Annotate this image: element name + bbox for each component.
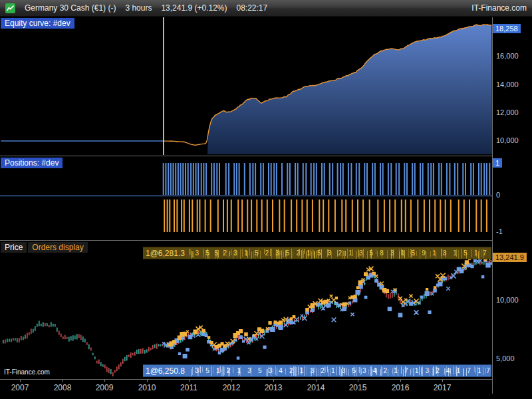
value-axis-column[interactable]: 18,258 16,000 14,000 12,000 10,000 1 0 -… <box>492 17 532 394</box>
year-label: 2008 <box>49 383 76 392</box>
order-count-label: 7 <box>467 367 471 374</box>
order-tick <box>328 369 329 377</box>
positions-panel[interactable]: Positions: #dev <box>0 157 492 239</box>
order-tick <box>376 249 376 254</box>
order-tick <box>285 368 286 374</box>
order-tick <box>336 366 336 376</box>
order-count-label: 3 <box>233 249 237 257</box>
order-tick <box>273 368 273 374</box>
panel-divider[interactable] <box>0 240 532 241</box>
order-count-label: 5 <box>258 367 262 374</box>
order-tick <box>421 367 422 377</box>
order-tick <box>416 251 417 256</box>
order-tick <box>191 369 192 376</box>
order-count-label: 3 <box>362 367 366 374</box>
order-count-label: 4 <box>279 367 283 374</box>
positions-chart[interactable] <box>0 157 492 239</box>
order-count-label: 3 <box>390 249 394 257</box>
order-tick <box>361 368 362 374</box>
tab-price[interactable]: Price <box>1 242 27 253</box>
price-panel[interactable]: Price Orders display 1@6,281.3 355231523… <box>0 241 492 379</box>
order-tick <box>358 367 358 372</box>
year-tick <box>231 380 232 382</box>
order-tick <box>401 366 402 374</box>
position-current-value-badge: 1 <box>493 158 502 168</box>
equity-axis-label: 12,000 <box>496 108 519 116</box>
order-count-label: 1 <box>244 249 248 257</box>
order-count-label: 3 <box>247 367 251 374</box>
order-count-label: 7 <box>404 367 408 374</box>
order-tick <box>266 369 267 377</box>
order-tick <box>388 369 388 377</box>
order-count-label: 2 <box>289 367 293 374</box>
equity-chart[interactable] <box>0 17 492 155</box>
watermark: IT-Finance.com <box>4 368 50 376</box>
year-tick <box>442 380 443 382</box>
panel-divider[interactable] <box>0 156 532 156</box>
order-tick <box>433 366 434 372</box>
brand-link[interactable]: IT-Finance.com <box>471 3 527 13</box>
order-tick <box>315 367 315 373</box>
order-count-label: 5 <box>255 249 259 257</box>
tab-orders-display[interactable]: Orders display <box>28 242 87 253</box>
order-tick <box>283 249 283 257</box>
order-count-label: 5 <box>286 249 290 257</box>
order-count-label: 3 <box>328 249 332 257</box>
order-tick <box>352 249 353 256</box>
order-count-label: 1 <box>394 367 398 374</box>
order-tick <box>367 251 368 259</box>
year-tick <box>189 380 190 382</box>
order-tick <box>419 366 420 375</box>
order-count-label: 5 <box>205 249 209 257</box>
equity-panel[interactable]: Equity curve: #dev <box>0 17 492 155</box>
prorealtime-backtest-window: Germany 30 Cash (€1) (-) 3 hours 13,241.… <box>0 0 532 399</box>
year-label: 2016 <box>387 383 414 392</box>
order-count-label: 2 <box>338 249 342 257</box>
price-axis-label: 5,000 <box>496 354 515 362</box>
order-count-label: 1 <box>401 249 405 257</box>
price-chart[interactable] <box>0 241 492 379</box>
order-tick <box>464 368 464 376</box>
equity-curve-label[interactable]: Equity curve: #dev <box>1 18 74 29</box>
order-count-label: 1 <box>477 367 481 374</box>
order-count-label: 3 <box>196 249 200 257</box>
order-tick <box>271 249 272 259</box>
positions-label[interactable]: Positions: #dev <box>1 158 63 168</box>
order-tick <box>251 251 252 259</box>
order-count-label: 2 <box>384 367 388 374</box>
order-tick <box>471 249 472 257</box>
order-tick <box>408 249 409 257</box>
order-tick <box>426 251 426 259</box>
timeframe-label: 3 hours <box>125 3 152 13</box>
order-count-label: 2 <box>297 249 301 257</box>
order-count-label: 2 <box>436 367 440 374</box>
order-tick <box>420 249 420 259</box>
year-tick <box>358 380 358 382</box>
instrument-name: Germany 30 Cash (€1) (-) <box>25 3 116 13</box>
order-tick <box>360 367 361 375</box>
order-tick <box>294 368 295 375</box>
order-count-label: 9 <box>422 249 426 257</box>
order-count-label: 2 <box>321 367 325 374</box>
year-label: 2011 <box>176 383 202 392</box>
equity-axis-label: 16,000 <box>496 52 519 60</box>
order-count-label: 1 <box>453 249 457 257</box>
order-tick <box>313 249 313 258</box>
order-tick <box>193 251 194 258</box>
year-tick <box>316 380 317 382</box>
year-label: 2015 <box>344 383 371 392</box>
order-tick <box>311 249 311 255</box>
year-label: 2010 <box>134 383 160 392</box>
order-tick <box>240 249 241 259</box>
year-label: 2014 <box>303 383 329 392</box>
clock: 08:22:17 <box>236 3 267 13</box>
order-tick <box>371 369 372 376</box>
short-order-label: 1@6,281.3 <box>146 249 185 258</box>
order-count-label: 1 <box>415 367 419 374</box>
order-tick <box>233 367 233 373</box>
order-tick <box>331 251 332 259</box>
order-count-label: 1 <box>457 367 461 374</box>
order-tick <box>298 366 299 372</box>
time-axis[interactable]: 2007200820092010201120122013201420152016… <box>0 380 492 399</box>
order-tick <box>377 251 378 257</box>
